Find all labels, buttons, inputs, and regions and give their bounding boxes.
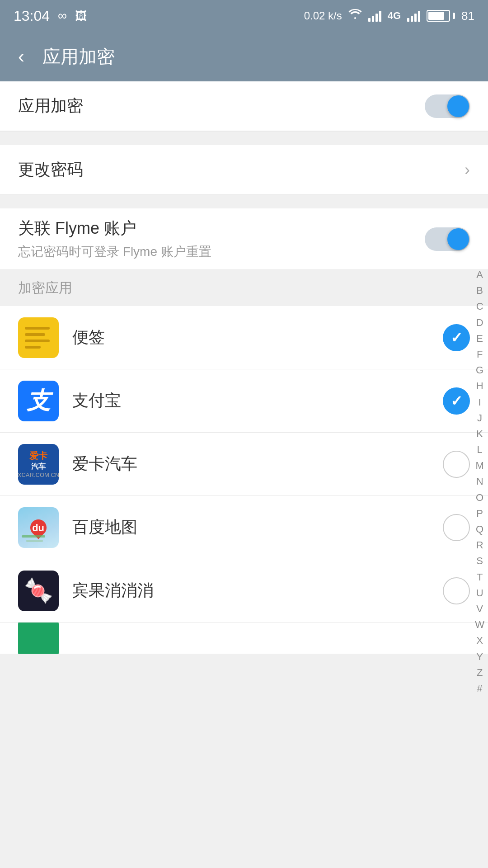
alpha-F[interactable]: F <box>477 346 483 362</box>
road-2 <box>26 540 43 542</box>
sticky-line-1 <box>25 327 50 330</box>
network-type-4g: 4G <box>388 10 401 22</box>
alpha-J[interactable]: J <box>477 410 482 426</box>
sticky-line-4 <box>25 346 41 349</box>
app-icon-alipay: 支 <box>18 381 59 421</box>
app-name-bianjian: 便签 <box>72 326 443 349</box>
alipay-symbol: 支 <box>27 385 50 417</box>
app-row-xcar[interactable]: 爱卡 汽车 XCAR.COM.CN 爱卡汽车 <box>0 433 488 496</box>
app-icon-baidu: du <box>18 507 59 548</box>
content-area: 应用加密 更改密码 › 关联 Flyme 账户 忘记密码时可登录 Flyme 账… <box>0 81 488 654</box>
checkbox-binguo[interactable] <box>443 577 470 604</box>
change-password-section: 更改密码 › <box>0 145 488 195</box>
alpha-S[interactable]: S <box>476 553 483 569</box>
flyme-section: 关联 Flyme 账户 忘记密码时可登录 Flyme 账户重置 <box>0 208 488 270</box>
alpha-Z[interactable]: Z <box>477 665 483 680</box>
status-bar: 13:04 ∞ 🖼 0.02 k/s 4G 81 <box>0 0 488 32</box>
alpha-A[interactable]: A <box>476 267 483 283</box>
network-speed: 0.02 k/s <box>304 9 342 22</box>
sticky-line-2 <box>25 333 45 336</box>
baidu-map-roads <box>22 535 55 543</box>
app-lock-toggle[interactable] <box>425 94 470 118</box>
toggle-knob <box>447 95 469 117</box>
checkbox-baidu[interactable] <box>443 514 470 541</box>
flyme-text: 关联 Flyme 账户 忘记密码时可登录 Flyme 账户重置 <box>18 217 211 260</box>
battery-indicator <box>427 10 455 22</box>
app-icon-garmin <box>18 623 59 654</box>
baidu-pin: du <box>30 519 47 536</box>
app-row-garmin[interactable] <box>0 623 488 654</box>
app-icon-xcar: 爱卡 汽车 XCAR.COM.CN <box>18 444 59 485</box>
alpha-X[interactable]: X <box>476 632 483 648</box>
xcar-top: 爱卡 <box>29 450 47 462</box>
infinity-icon: ∞ <box>58 9 67 23</box>
xcar-url: XCAR.COM.CN <box>18 472 59 478</box>
alpha-G[interactable]: G <box>476 362 483 378</box>
app-lock-section: 应用加密 <box>0 81 488 131</box>
alpha-N[interactable]: N <box>476 473 483 489</box>
alpha-D[interactable]: D <box>476 315 483 330</box>
alpha-P[interactable]: P <box>476 505 483 521</box>
binguo-emoji: 🍬 <box>24 577 53 604</box>
back-button[interactable]: ‹ <box>14 41 29 72</box>
alpha-K[interactable]: K <box>476 426 483 442</box>
image-icon: 🖼 <box>75 9 87 23</box>
checkbox-alipay[interactable] <box>443 387 470 415</box>
app-row-bianjian[interactable]: 便签 <box>0 306 488 369</box>
alpha-V[interactable]: V <box>476 601 483 617</box>
xcar-car: 汽车 <box>31 462 46 472</box>
app-row-baidu[interactable]: du 百度地图 <box>0 496 488 559</box>
app-row-alipay[interactable]: 支 支付宝 <box>0 369 488 433</box>
flyme-account-label: 关联 Flyme 账户 <box>18 217 211 240</box>
toolbar: ‹ 应用加密 <box>0 32 488 81</box>
status-right: 0.02 k/s 4G 81 <box>304 9 474 23</box>
alpha-W[interactable]: W <box>475 617 484 632</box>
encrypted-apps-header: 加密应用 <box>0 270 488 306</box>
alpha-U[interactable]: U <box>476 585 483 601</box>
page-title: 应用加密 <box>42 44 115 69</box>
app-lock-label: 应用加密 <box>18 95 83 117</box>
app-name-baidu: 百度地图 <box>72 516 443 538</box>
alpha-R[interactable]: R <box>476 537 483 553</box>
change-password-label: 更改密码 <box>18 159 83 181</box>
status-left: 13:04 ∞ 🖼 <box>14 8 87 24</box>
app-list: 便签 支 支付宝 爱卡 汽车 XCAR.COM.CN 爱卡汽车 <box>0 306 488 654</box>
alpha-B[interactable]: B <box>476 283 483 298</box>
alpha-H[interactable]: H <box>476 378 483 394</box>
alpha-C[interactable]: C <box>476 298 483 314</box>
app-lock-row: 应用加密 <box>0 81 488 131</box>
alpha-T[interactable]: T <box>477 569 483 585</box>
flyme-account-subtitle: 忘记密码时可登录 Flyme 账户重置 <box>18 243 211 260</box>
flyme-account-toggle[interactable] <box>425 227 470 251</box>
app-icon-bianjian <box>18 317 59 358</box>
wifi-icon <box>348 9 362 23</box>
app-icon-binguo: 🍬 <box>18 571 59 611</box>
sticky-line-3 <box>25 340 50 342</box>
alpha-E[interactable]: E <box>476 330 483 346</box>
alpha-L[interactable]: L <box>477 442 482 458</box>
alpha-I[interactable]: I <box>479 394 481 410</box>
flyme-toggle-knob <box>447 228 469 250</box>
app-row-binguo[interactable]: 🍬 宾果消消消 <box>0 559 488 623</box>
flyme-account-row: 关联 Flyme 账户 忘记密码时可登录 Flyme 账户重置 <box>0 208 488 270</box>
signal-bars-2 <box>407 10 420 22</box>
checkbox-xcar[interactable] <box>443 451 470 478</box>
alpha-hash[interactable]: # <box>477 680 482 696</box>
alpha-M[interactable]: M <box>475 458 483 473</box>
checkbox-bianjian[interactable] <box>443 324 470 351</box>
app-name-binguo: 宾果消消消 <box>72 580 443 602</box>
alpha-O[interactable]: O <box>476 490 483 505</box>
status-time: 13:04 <box>14 8 50 24</box>
alpha-sidebar: A B C D E F G H I J K L M N O P Q R S T … <box>471 262 488 701</box>
encrypted-apps-label: 加密应用 <box>18 279 72 297</box>
signal-bars-1 <box>368 10 381 22</box>
app-name-alipay: 支付宝 <box>72 390 443 412</box>
alpha-Q[interactable]: Q <box>476 521 483 537</box>
change-password-row[interactable]: 更改密码 › <box>0 145 488 195</box>
alpha-Y[interactable]: Y <box>476 649 483 665</box>
baidu-du-text: du <box>32 522 44 534</box>
chevron-right-icon: › <box>465 160 470 179</box>
battery-percent: 81 <box>461 9 474 23</box>
road-1 <box>22 535 45 538</box>
spacer-1 <box>0 132 488 145</box>
